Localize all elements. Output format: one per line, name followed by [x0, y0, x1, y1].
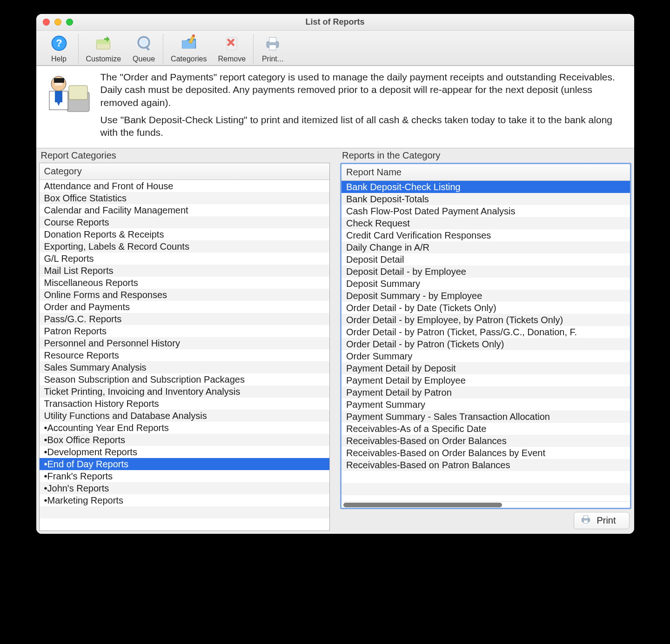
category-row[interactable]: Season Subscription and Subscription Pac… [40, 373, 330, 385]
help-icon: ? [49, 33, 69, 53]
description-bar: The "Order and Payments" report category… [36, 66, 634, 148]
report-row[interactable]: Deposit Detail [342, 253, 630, 266]
report-row[interactable]: Deposit Detail - by Employee [342, 266, 630, 278]
remove-icon [221, 33, 242, 53]
category-row[interactable]: G/L Reports [40, 252, 330, 265]
report-row-blank [342, 471, 630, 483]
category-row[interactable]: Miscellaneous Reports [40, 277, 330, 289]
titlebar: List of Reports [36, 14, 634, 31]
report-row[interactable]: Receivables-Based on Order Balances by E… [342, 447, 630, 459]
category-row[interactable]: •Frank's Reports [40, 470, 330, 482]
report-row[interactable]: Order Detail - by Date (Tickets Only) [342, 302, 630, 314]
category-row[interactable]: •John's Reports [40, 482, 330, 494]
report-row[interactable]: Check Request [342, 217, 630, 229]
svg-rect-13 [269, 45, 276, 50]
description-text: The "Order and Payments" report category… [100, 71, 625, 143]
help-label: Help [51, 55, 67, 63]
report-row[interactable]: Order Detail - by Patron (Tickets Only) [342, 338, 630, 350]
svg-rect-23 [584, 520, 588, 523]
print-toolbar-label: Print... [262, 55, 283, 63]
customize-label: Customize [86, 55, 121, 63]
folder-pencil-icon [179, 33, 199, 53]
description-illustration [41, 71, 92, 116]
description-p2: Use "Bank Deposit-Check Listing" to prin… [100, 113, 625, 139]
svg-rect-18 [55, 83, 62, 86]
queue-icon [134, 33, 154, 53]
category-row[interactable]: •Development Reports [40, 446, 330, 458]
category-row[interactable]: •Marketing Reports [40, 494, 330, 506]
category-row[interactable]: Personnel and Personnel History [40, 337, 330, 349]
svg-rect-22 [584, 516, 588, 518]
print-toolbar-button[interactable]: Print... [261, 33, 284, 63]
customize-button[interactable]: Customize [86, 33, 121, 63]
category-row[interactable]: Pass/G.C. Reports [40, 313, 330, 325]
category-row[interactable]: •End of Day Reports [40, 458, 330, 470]
category-row[interactable]: Exporting, Labels & Record Counts [40, 240, 330, 252]
print-button-label: Print [596, 515, 616, 526]
svg-rect-17 [54, 78, 64, 83]
categories-label: Categories [171, 55, 207, 63]
toolbar-separator [253, 34, 254, 63]
category-row[interactable]: Transaction History Reports [40, 398, 330, 410]
report-row[interactable]: Cash Flow-Post Dated Payment Analysis [342, 205, 630, 217]
reports-pane-title: Reports in the Category [337, 148, 634, 163]
category-row[interactable]: Sales Summary Analysis [40, 361, 330, 373]
svg-text:?: ? [56, 37, 62, 49]
remove-button[interactable]: Remove [218, 33, 246, 63]
category-row[interactable]: Mail List Reports [40, 265, 330, 277]
reports-list: Report Name Bank Deposit-Check ListingBa… [340, 163, 631, 509]
category-row[interactable]: Donation Reports & Receipts [40, 228, 330, 240]
reports-hscrollbar[interactable] [342, 501, 630, 508]
category-row[interactable]: Patron Reports [40, 325, 330, 337]
toolbar-separator [163, 34, 163, 63]
categories-rows[interactable]: Attendance and Front of HouseBox Office … [40, 180, 330, 531]
main-panes: Report Categories Category Attendance an… [36, 148, 634, 534]
report-row[interactable]: Receivables-As of a Specific Date [342, 423, 630, 435]
reports-rows[interactable]: Bank Deposit-Check ListingBank Deposit-T… [342, 181, 630, 501]
queue-label: Queue [133, 55, 155, 63]
reports-footer: Print [337, 512, 634, 534]
report-row[interactable]: Deposit Summary - by Employee [342, 290, 630, 302]
report-row[interactable]: Payment Detail by Patron [342, 386, 630, 398]
category-row[interactable]: •Accounting Year End Reports [40, 422, 330, 434]
category-row[interactable]: Course Reports [40, 216, 330, 228]
category-row[interactable]: Online Forms and Responses [40, 289, 330, 301]
report-row[interactable]: Daily Change in A/R [342, 241, 630, 253]
report-row[interactable]: Order Summary [342, 350, 630, 362]
reports-column-header[interactable]: Report Name [342, 164, 630, 181]
category-row[interactable]: •Box Office Reports [40, 434, 330, 446]
report-row[interactable]: Deposit Summary [342, 278, 630, 290]
category-row[interactable]: Calendar and Facility Management [40, 204, 330, 216]
report-row[interactable]: Order Detail - by Employee, by Patron (T… [342, 314, 630, 326]
printer-icon [262, 33, 283, 53]
report-row[interactable]: Receivables-Based on Order Balances [342, 435, 630, 447]
report-row[interactable]: Payment Detail by Deposit [342, 362, 630, 374]
printer-small-icon [581, 514, 591, 527]
report-row[interactable]: Payment Summary [342, 398, 630, 411]
category-row[interactable]: Order and Payments [40, 301, 330, 313]
toolbar-separator [78, 34, 79, 63]
category-row[interactable]: Box Office Statistics [40, 192, 330, 204]
remove-label: Remove [218, 55, 246, 63]
print-button[interactable]: Print [574, 512, 629, 529]
report-row[interactable]: Receivables-Based on Patron Balances [342, 459, 630, 471]
category-row-blank [40, 518, 330, 531]
category-row[interactable]: Utility Functions and Database Analysis [40, 410, 330, 422]
queue-button[interactable]: Queue [132, 33, 155, 63]
description-p1: The "Order and Payments" report category… [100, 71, 625, 109]
help-button[interactable]: ? Help [47, 33, 71, 63]
categories-column-header[interactable]: Category [40, 163, 330, 180]
report-row[interactable]: Payment Summary - Sales Transaction Allo… [342, 411, 630, 423]
categories-button[interactable]: Categories [171, 33, 207, 63]
category-row[interactable]: Ticket Printing, Invoicing and Inventory… [40, 385, 330, 398]
report-row[interactable]: Bank Deposit-Totals [342, 193, 630, 205]
reports-hscroll-thumb[interactable] [343, 503, 502, 507]
report-row[interactable]: Bank Deposit-Check Listing [342, 181, 630, 193]
category-row[interactable]: Attendance and Front of House [40, 180, 330, 192]
report-row[interactable]: Payment Detail by Employee [342, 374, 630, 386]
category-row[interactable]: Resource Reports [40, 349, 330, 361]
report-row[interactable]: Credit Card Verification Responses [342, 229, 630, 241]
categories-pane-title: Report Categories [36, 148, 333, 163]
svg-rect-20 [55, 91, 62, 102]
report-row[interactable]: Order Detail - by Patron (Ticket, Pass/G… [342, 326, 630, 338]
